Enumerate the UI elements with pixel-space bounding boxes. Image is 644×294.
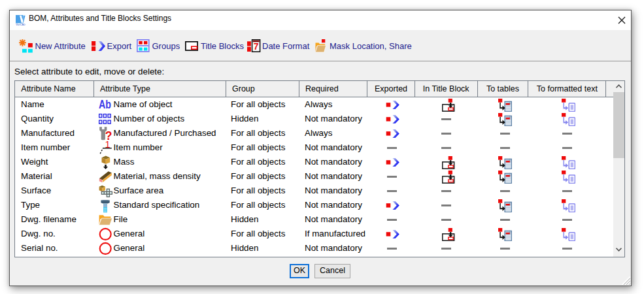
svg-text:7: 7	[254, 41, 259, 52]
svg-text:Ab: Ab	[99, 99, 111, 110]
svg-text:VariCAD: VariCAD	[16, 24, 25, 25]
svg-text:?: ?	[105, 129, 112, 140]
svg-text:1: 1	[105, 140, 110, 150]
